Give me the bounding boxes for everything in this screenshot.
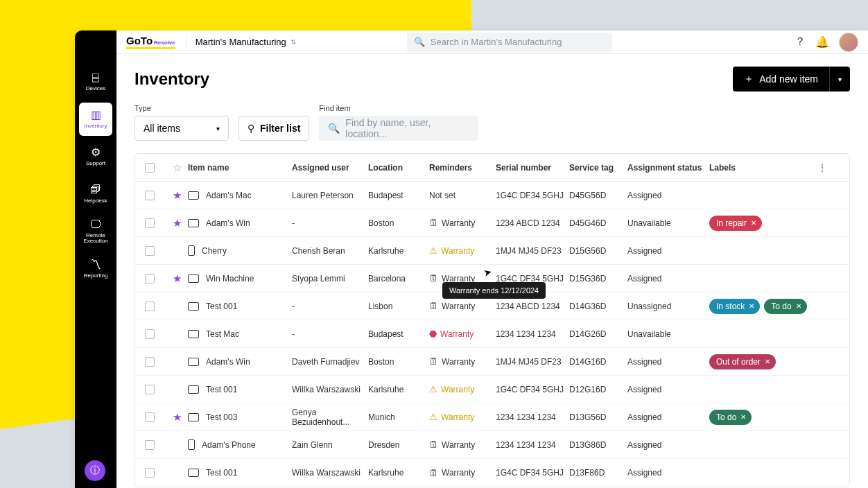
- star-toggle[interactable]: ★: [166, 189, 188, 202]
- label-pill[interactable]: Out of order✕: [709, 354, 776, 369]
- sidebar-item-support[interactable]: ⚙ Support: [79, 140, 112, 173]
- help-icon[interactable]: ？: [795, 35, 806, 49]
- select-all-checkbox[interactable]: [145, 163, 155, 173]
- reminder-cell[interactable]: ⚠Warranty: [429, 384, 496, 394]
- reminder-cell[interactable]: Not set: [429, 191, 496, 200]
- col-labels[interactable]: Labels: [709, 163, 813, 173]
- row-checkbox[interactable]: [145, 468, 155, 478]
- sidebar-item-reporting[interactable]: 〽 Reporting: [79, 252, 112, 286]
- labels-cell: In stock✕To do✕: [709, 299, 813, 314]
- reminder-cell[interactable]: 🗓Warranty: [429, 468, 496, 478]
- col-serial[interactable]: Serial number: [496, 163, 569, 173]
- label-pill[interactable]: To do✕: [764, 299, 806, 314]
- assigned-user: -: [292, 302, 368, 311]
- table-row[interactable]: Test Mac - Budapest ⬣Warranty 1234 1234 …: [135, 320, 849, 348]
- row-checkbox[interactable]: [145, 412, 155, 422]
- label-pill[interactable]: To do✕: [709, 410, 752, 425]
- brand-product: Resolve: [154, 40, 175, 46]
- reminder-cell[interactable]: ⚠Warranty: [429, 412, 496, 422]
- item-name: Test 001: [206, 468, 237, 478]
- close-icon[interactable]: ✕: [796, 302, 801, 310]
- row-checkbox[interactable]: [145, 274, 155, 284]
- brand-name: GoTo: [126, 35, 153, 46]
- table-row[interactable]: ★ Adam's Mac Lauren Peterson Budapest No…: [135, 182, 849, 209]
- location: Karlsruhe: [368, 385, 429, 394]
- calendar-icon: 🗓: [429, 301, 438, 311]
- bell-icon[interactable]: 🔔: [815, 35, 829, 49]
- row-checkbox[interactable]: [145, 440, 155, 450]
- service-tag: D14G26D: [569, 329, 627, 339]
- reminder-cell[interactable]: 🗓Warranty: [429, 301, 496, 311]
- row-checkbox[interactable]: [145, 218, 155, 228]
- item-name-cell: Test 001: [188, 385, 292, 394]
- assignment-status: Assigned: [627, 357, 709, 367]
- find-item-input[interactable]: 🔍 Find by name, user, location...: [319, 116, 478, 141]
- device-icon: [188, 469, 199, 477]
- location: Karlsruhe: [368, 246, 429, 256]
- col-status[interactable]: Assignment status: [627, 163, 709, 173]
- col-location[interactable]: Location: [368, 163, 429, 173]
- reminder-text: Warranty: [441, 412, 474, 422]
- location: Munich: [368, 412, 429, 422]
- close-icon[interactable]: ✕: [749, 302, 754, 310]
- table-row[interactable]: Adam's Phone Zain Glenn Dresden 🗓Warrant…: [135, 431, 849, 459]
- item-name: Adam's Mac: [206, 191, 252, 200]
- avatar[interactable]: [839, 33, 858, 52]
- reminder-cell[interactable]: 🗓Warranty: [429, 356, 496, 367]
- col-tag[interactable]: Service tag: [569, 163, 627, 173]
- serial-number: 1G4C DF34 5GHJ: [496, 468, 569, 478]
- row-checkbox[interactable]: [145, 246, 155, 256]
- close-icon[interactable]: ✕: [751, 219, 756, 227]
- help-fab[interactable]: ⓘ: [85, 460, 105, 481]
- reminder-cell[interactable]: 🗓Warranty: [429, 439, 496, 450]
- item-name: Test 001: [206, 385, 237, 394]
- reminder-cell[interactable]: ⬣Warranty: [429, 329, 496, 339]
- topbar: GoTo Resolve Martin's Manufacturing ⇅ 🔍 …: [116, 31, 868, 54]
- label-pill[interactable]: In repair✕: [709, 216, 762, 231]
- close-icon[interactable]: ✕: [765, 358, 770, 365]
- row-checkbox[interactable]: [145, 191, 155, 200]
- row-checkbox[interactable]: [145, 357, 155, 367]
- close-icon[interactable]: ✕: [740, 413, 746, 421]
- assignment-status: Assigned: [627, 246, 709, 256]
- star-toggle[interactable]: ★: [166, 272, 188, 285]
- sidebar-item-remote[interactable]: 🖵 Remote Execution: [79, 215, 112, 248]
- reminder-cell[interactable]: 🗓Warranty: [429, 218, 496, 228]
- col-item[interactable]: Item name: [188, 163, 292, 173]
- table-row[interactable]: ★ Test 003 Genya Bezuidenhout... Munich …: [135, 403, 849, 431]
- table-row[interactable]: Test 001 Willka Warszawski Karlsruhe ⚠Wa…: [135, 376, 849, 403]
- sidebar-item-helpdesk[interactable]: 🗊 Helpdesk: [79, 177, 112, 211]
- table-row[interactable]: ★ Adam's Win - Boston 🗓Warranty 1234 ABC…: [135, 209, 849, 237]
- star-toggle[interactable]: ★: [166, 217, 188, 229]
- star-header-icon[interactable]: ☆: [166, 162, 188, 174]
- col-reminders[interactable]: Reminders: [429, 163, 496, 173]
- table-row[interactable]: Test 001 Willka Warszawski Karlsruhe 🗓Wa…: [135, 459, 849, 487]
- row-checkbox[interactable]: [145, 385, 155, 394]
- assignment-status: Unassigned: [627, 302, 709, 311]
- global-search[interactable]: 🔍 Search in Martin's Manufacturing: [407, 33, 612, 52]
- warning-icon: ⚠: [429, 384, 437, 394]
- reminder-cell[interactable]: ⚠Warranty: [429, 245, 496, 256]
- type-select[interactable]: All items ▾: [134, 116, 229, 141]
- sidebar-item-inventory[interactable]: ▥ Inventory: [79, 103, 112, 136]
- filter-list-button[interactable]: ⚲ Filter list: [238, 116, 309, 141]
- more-columns-icon[interactable]: ⋮: [813, 162, 827, 173]
- col-user[interactable]: Assigned user: [292, 163, 368, 173]
- sidebar-item-devices[interactable]: ⌸ Devices: [79, 65, 112, 98]
- item-name-cell: Adam's Win: [188, 218, 292, 228]
- item-name-cell: Test Mac: [188, 329, 292, 339]
- table-row[interactable]: Adam's Win Daveth Furnadjiev Boston 🗓War…: [135, 348, 849, 376]
- star-toggle[interactable]: ★: [166, 411, 188, 424]
- row-checkbox[interactable]: [145, 329, 155, 339]
- find-placeholder: Find by name, user, location...: [345, 117, 469, 139]
- assigned-user: Genya Bezuidenhout...: [292, 408, 368, 427]
- tenant-selector[interactable]: Martin's Manufacturing ⇅: [186, 37, 296, 47]
- warranty-tooltip: Warranty ends 12/12/2024: [442, 282, 546, 299]
- add-new-item-button[interactable]: ＋ Add new item: [733, 67, 829, 92]
- sidebar-label: Devices: [86, 86, 105, 92]
- add-new-item-dropdown[interactable]: ▾: [829, 67, 850, 92]
- row-checkbox[interactable]: [145, 302, 155, 311]
- table-row[interactable]: Cherry Cherish Beran Karlsruhe ⚠Warranty…: [135, 237, 849, 265]
- item-name: Adam's Win: [206, 218, 250, 228]
- label-pill[interactable]: In stock✕: [709, 299, 760, 314]
